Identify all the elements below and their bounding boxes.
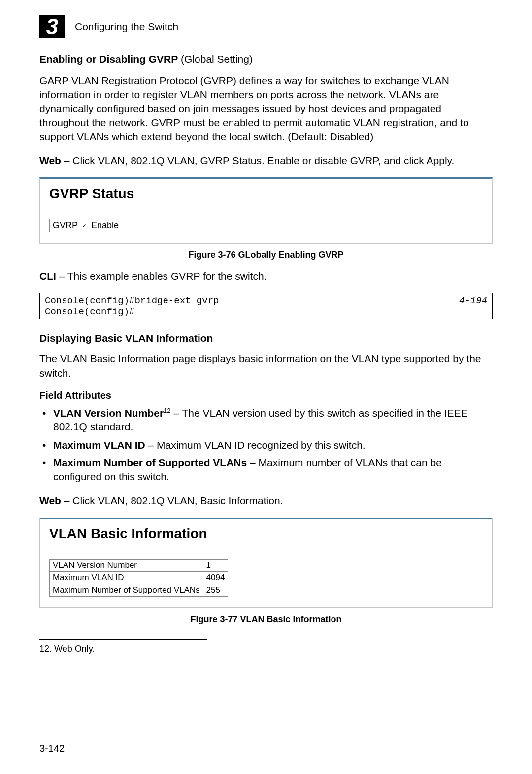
bullet-bold: Maximum VLAN ID bbox=[53, 439, 145, 451]
web-instruction-gvrp: Web – Click VLAN, 802.1Q VLAN, GVRP Stat… bbox=[39, 154, 493, 168]
figure-76-caption: Figure 3-76 GLobally Enabling GVRP bbox=[39, 250, 493, 260]
chapter-title: Configuring the Switch bbox=[75, 21, 178, 33]
gvrp-status-panel: GVRP Status GVRP ✓ Enable bbox=[39, 177, 493, 244]
table-cell-value: 255 bbox=[203, 584, 228, 597]
footnote-rule bbox=[39, 639, 207, 640]
table-cell-value: 1 bbox=[203, 560, 228, 572]
page-number: 3-142 bbox=[39, 743, 65, 754]
cli-label: CLI bbox=[39, 270, 56, 281]
page-header: 3 Configuring the Switch bbox=[39, 15, 493, 38]
gvrp-label: GVRP bbox=[53, 220, 78, 231]
bullet-bold: Maximum Number of Supported VLANs bbox=[53, 457, 247, 468]
table-row: VLAN Version Number 1 bbox=[50, 560, 228, 572]
cli-instruction: CLI – This example enables GVRP for the … bbox=[39, 269, 493, 283]
gvrp-enable-row: GVRP ✓ Enable bbox=[49, 219, 122, 232]
footnote-sup: 12 bbox=[164, 407, 170, 414]
web-label: Web bbox=[39, 155, 61, 166]
web-instruction-vlan: Web – Click VLAN, 802.1Q VLAN, Basic Inf… bbox=[39, 494, 493, 508]
list-item: Maximum Number of Supported VLANs – Maxi… bbox=[39, 456, 493, 484]
figure-77-caption: Figure 3-77 VLAN Basic Information bbox=[39, 614, 493, 625]
panel-divider bbox=[49, 206, 483, 206]
table-cell-label: Maximum VLAN ID bbox=[50, 572, 203, 584]
gvrp-description-para: GARP VLAN Registration Protocol (GVRP) d… bbox=[39, 74, 493, 144]
gvrp-panel-title: GVRP Status bbox=[49, 186, 483, 202]
bullet-bold: VLAN Version Number bbox=[53, 407, 164, 419]
section-heading-gvrp: Enabling or Disabling GVRP (Global Setti… bbox=[39, 53, 493, 65]
bullet-rest: – Maximum VLAN ID recognized by this swi… bbox=[145, 439, 366, 451]
footnote-text: 12. Web Only. bbox=[39, 644, 493, 654]
web-label-2: Web bbox=[39, 495, 61, 506]
table-cell-label: VLAN Version Number bbox=[50, 560, 203, 572]
table-cell-label: Maximum Number of Supported VLANs bbox=[50, 584, 203, 597]
table-cell-value: 4094 bbox=[203, 572, 228, 584]
section-heading-bold: Enabling or Disabling GVRP bbox=[39, 53, 178, 65]
table-row: Maximum VLAN ID 4094 bbox=[50, 572, 228, 584]
web-text: – Click VLAN, 802.1Q VLAN, GVRP Status. … bbox=[61, 155, 454, 166]
cli-text: – This example enables GVRP for the swit… bbox=[56, 270, 267, 281]
chapter-number-badge: 3 bbox=[39, 15, 65, 38]
list-item: Maximum VLAN ID – Maximum VLAN ID recogn… bbox=[39, 438, 493, 452]
field-attributes-title: Field Attributes bbox=[39, 390, 493, 401]
field-attributes-list: VLAN Version Number12 – The VLAN version… bbox=[39, 406, 493, 484]
table-row: Maximum Number of Supported VLANs 255 bbox=[50, 584, 228, 597]
cli-code-block: Console(config)#bridge-ext gvrp Console(… bbox=[39, 293, 493, 319]
vlan-panel-title: VLAN Basic Information bbox=[49, 526, 483, 542]
cli-commands: Console(config)#bridge-ext gvrp Console(… bbox=[45, 295, 219, 317]
panel-divider bbox=[49, 546, 483, 546]
vlan-info-table: VLAN Version Number 1 Maximum VLAN ID 40… bbox=[49, 559, 228, 597]
list-item: VLAN Version Number12 – The VLAN version… bbox=[39, 406, 493, 434]
gvrp-enable-checkbox[interactable]: ✓ bbox=[81, 222, 88, 229]
vlan-info-para: The VLAN Basic Information page displays… bbox=[39, 352, 493, 380]
section-heading-rest: (Global Setting) bbox=[178, 53, 253, 65]
section-heading-vlan-info: Displaying Basic VLAN Information bbox=[39, 332, 493, 344]
web-text-2: – Click VLAN, 802.1Q VLAN, Basic Informa… bbox=[61, 495, 283, 506]
vlan-basic-info-panel: VLAN Basic Information VLAN Version Numb… bbox=[39, 518, 493, 608]
gvrp-enable-label: Enable bbox=[91, 220, 119, 231]
cli-reference: 4-194 bbox=[459, 295, 487, 306]
